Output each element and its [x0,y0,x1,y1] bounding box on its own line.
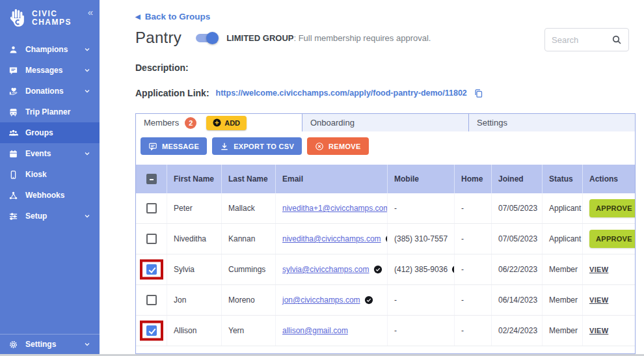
sidebar-item-messages[interactable]: Messages [0,60,100,81]
search-input[interactable] [552,35,611,45]
export-to-csv-button[interactable]: EXPORT TO CSV [212,137,302,155]
approve-button[interactable]: APPROVE [589,199,635,217]
cell-mobile: - [388,193,455,223]
back-to-groups-link[interactable]: ◀ Back to Groups [135,12,210,21]
add-button-label: ADD [224,119,240,127]
sidebar-item-groups[interactable]: Groups [0,122,100,143]
cell-select [136,254,167,284]
row-checkbox[interactable] [146,295,157,305]
email-link[interactable]: allison@gmail.com [282,326,348,335]
description-label: Description: [135,62,189,73]
sidebar-item-label: Champions [25,45,68,54]
chevron-down-icon [83,212,91,220]
row-checkbox[interactable] [146,264,157,275]
application-link-url[interactable]: https://welcome.civicchamps.com/apply/fo… [216,89,467,98]
search-box[interactable] [544,28,629,51]
cell-mobile: - [388,316,455,346]
cell-last-name: Kannan [222,224,276,254]
cell-select [136,285,167,315]
cell-mobile-text: - [394,326,397,335]
row-checkbox[interactable] [146,325,157,336]
email-verified-icon [373,265,382,274]
cell-last-name: Cummings [222,254,276,284]
approve-button[interactable]: APPROVE [589,230,635,248]
sidebar: CIVICCHAMPS « ChampionsMessagesDonations… [0,0,100,354]
table-row: Sylvia Cummings sylvia@civicchamps.com (… [136,254,635,285]
sidebar-item-events[interactable]: Events [0,143,100,164]
limited-group-text: LIMITED GROUP: Full membership requires … [226,33,431,43]
cell-home: - [455,254,492,284]
sidebar-item-label: Webhooks [25,191,64,200]
cell-last-name: Moreno [222,285,276,315]
tab-onboarding-label: Onboarding [310,118,355,128]
page-title: Pantry [135,29,181,47]
gear-icon [8,340,18,349]
chevron-down-icon [83,340,91,348]
cell-joined: 06/14/2023 [492,285,543,315]
view-link[interactable]: VIEW [589,296,608,304]
sidebar-item-trip-planner[interactable]: Trip Planner [0,102,100,122]
cell-first-name: Jon [167,285,222,315]
sidebar-item-champions[interactable]: Champions [0,39,100,60]
sidebar-item-label: Events [25,149,51,158]
members-table-body: Peter Mallack niveditha+1@civicchamps.co… [136,193,635,354]
cell-select [136,316,167,346]
sidebar-item-setup[interactable]: Setup [0,206,100,226]
sidebar-item-label: Kiosk [25,170,47,179]
email-link[interactable]: niveditha+1@civicchamps.com [282,204,388,213]
export-button-label: EXPORT TO CSV [234,143,294,150]
cell-actions: APPROVE [583,193,635,223]
limited-group-toggle[interactable] [196,34,217,42]
cell-email: jon@civicchamps.com [276,285,388,315]
sidebar-item-webhooks[interactable]: Webhooks [0,185,100,206]
search-icon[interactable] [611,34,622,45]
sidebar-item-settings[interactable]: Settings [0,335,100,354]
sidebar-item-label: Settings [25,340,56,349]
cell-email: sylvia@civicchamps.com [276,254,388,284]
cell-first-name: Peter [167,193,222,223]
main-content: ◀ Back to Groups Pantry LIMITED GROUP: F… [100,0,644,354]
members-count-badge: 2 [185,117,196,129]
circle-x-icon [315,142,324,151]
cell-status: Applicant [543,224,583,254]
copy-icon[interactable] [474,89,483,98]
cell-actions: VIEW [583,254,635,284]
header-cell-status: Status [543,165,583,193]
cell-status: Applicant [543,193,583,223]
cell-mobile-text: - [394,204,397,213]
row-checkbox[interactable] [146,203,157,213]
sidebar-collapse-icon[interactable]: « [88,8,93,17]
cell-mobile: (385) 310-7557 [388,224,455,254]
cell-joined: 07/05/2023 [492,193,543,223]
header-cell-email: Email [276,165,388,193]
sidebar-item-label: Setup [25,212,47,221]
row-checkbox[interactable] [146,234,157,244]
cell-last-name: Mallack [222,193,276,223]
message-button-label: MESSAGE [162,143,199,150]
remove-button[interactable]: REMOVE [307,137,368,155]
select-all-checkbox[interactable] [146,174,157,184]
messages-icon [8,66,18,75]
tab-onboarding[interactable]: Onboarding [302,113,469,132]
cell-home: - [455,224,492,254]
back-arrow-icon: ◀ [135,13,141,20]
view-link[interactable]: VIEW [589,327,608,335]
add-member-button[interactable]: ADD [206,116,247,130]
view-link[interactable]: VIEW [589,266,608,273]
kiosk-icon [8,170,18,180]
cell-home: - [455,316,492,346]
table-header-row: First NameLast NameEmailMobileHomeJoined… [136,165,635,193]
tab-members[interactable]: Members 2 ADD [135,113,302,132]
sidebar-item-donations[interactable]: Donations [0,81,100,102]
sidebar-item-kiosk[interactable]: Kiosk [0,164,100,185]
email-link[interactable]: sylvia@civicchamps.com [282,265,369,274]
tab-settings[interactable]: Settings [469,113,636,132]
cell-email: allison@gmail.com [276,316,388,346]
toggle-knob [206,32,219,44]
email-link[interactable]: jon@civicchamps.com [282,295,360,305]
message-button[interactable]: MESSAGE [141,137,207,155]
email-link[interactable]: niveditha@civicchamps.com [282,234,381,243]
header-cell-select [136,165,167,193]
events-icon [8,149,18,159]
limited-group-desc: : Full membership requires approval. [293,33,431,43]
